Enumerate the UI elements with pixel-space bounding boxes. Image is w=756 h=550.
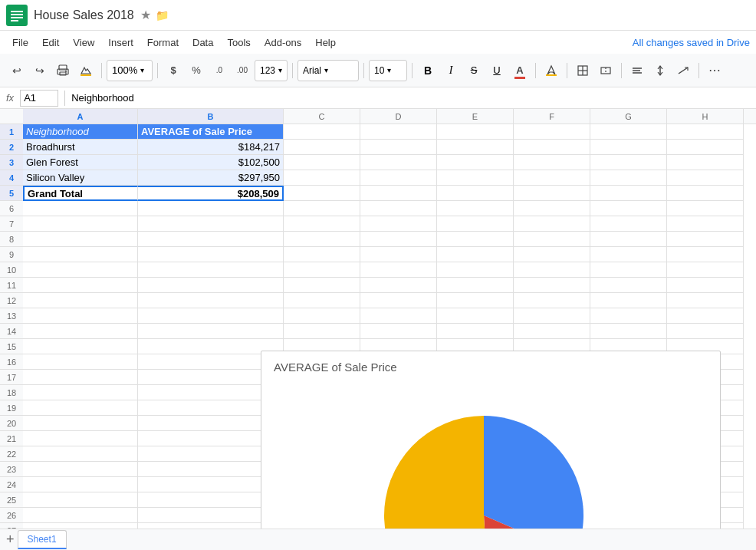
row-num-3[interactable]: 3	[0, 155, 23, 170]
cell-h4[interactable]	[667, 170, 744, 186]
currency-button[interactable]: $	[163, 60, 184, 81]
cell-f4[interactable]	[514, 170, 590, 186]
cell-h5[interactable]	[667, 186, 744, 201]
cell-c2[interactable]	[284, 140, 360, 155]
menu-addons[interactable]: Add-ons	[258, 34, 307, 51]
row-num-17[interactable]: 17	[0, 370, 23, 385]
cell-g3[interactable]	[590, 155, 667, 170]
col-header-f[interactable]: F	[514, 109, 590, 124]
cell-h1[interactable]	[667, 124, 744, 140]
print-button[interactable]	[52, 60, 74, 81]
cell-b1[interactable]: AVERAGE of Sale Price	[138, 124, 284, 140]
bold-button[interactable]: B	[417, 60, 439, 81]
row-num-20[interactable]: 20	[0, 416, 23, 431]
cell-g5[interactable]	[590, 186, 667, 201]
borders-button[interactable]	[572, 60, 593, 81]
cell-g1[interactable]	[590, 124, 667, 140]
row-num-11[interactable]: 11	[0, 278, 23, 293]
row-num-21[interactable]: 21	[0, 431, 23, 446]
menu-view[interactable]: View	[67, 34, 100, 51]
cell-d5[interactable]	[360, 186, 437, 201]
row-num-5[interactable]: 5	[0, 186, 23, 201]
cell-e4[interactable]	[437, 170, 514, 186]
cell-c4[interactable]	[284, 170, 360, 186]
cell-c5[interactable]	[284, 186, 360, 201]
row-num-22[interactable]: 22	[0, 446, 23, 462]
decimal-increase-button[interactable]: .00	[232, 60, 253, 81]
cell-b3[interactable]: $102,500	[138, 155, 284, 170]
cell-d3[interactable]	[360, 155, 437, 170]
col-header-d[interactable]: D	[360, 109, 437, 124]
cell-c1[interactable]	[284, 124, 360, 140]
formula-input[interactable]	[71, 90, 750, 107]
cell-g2[interactable]	[590, 140, 667, 155]
sheet-tab-sheet1[interactable]: Sheet1	[18, 530, 67, 549]
text-rotation-button[interactable]	[672, 60, 694, 81]
row-num-13[interactable]: 13	[0, 308, 23, 324]
add-sheet-button[interactable]: +	[6, 532, 15, 548]
cell-a4[interactable]: Silicon Valley	[23, 170, 138, 186]
row-num-6[interactable]: 6	[0, 201, 23, 216]
fill-color-button[interactable]	[541, 60, 562, 81]
col-header-h[interactable]: H	[667, 109, 744, 124]
italic-button[interactable]: I	[440, 60, 462, 81]
cell-d1[interactable]	[360, 124, 437, 140]
col-header-b[interactable]: B	[138, 109, 284, 124]
cell-b4[interactable]: $297,950	[138, 170, 284, 186]
cell-reference-input[interactable]	[20, 90, 58, 107]
cell-f2[interactable]	[514, 140, 590, 155]
cell-e2[interactable]	[437, 140, 514, 155]
row-num-14[interactable]: 14	[0, 324, 23, 339]
menu-file[interactable]: File	[6, 34, 35, 51]
row-num-4[interactable]: 4	[0, 170, 23, 186]
cell-e5[interactable]	[437, 186, 514, 201]
cell-a6[interactable]	[23, 201, 138, 216]
row-num-10[interactable]: 10	[0, 262, 23, 278]
cell-c3[interactable]	[284, 155, 360, 170]
row-num-7[interactable]: 7	[0, 216, 23, 232]
cell-a3[interactable]: Glen Forest	[23, 155, 138, 170]
underline-button[interactable]: U	[486, 60, 508, 81]
cell-d4[interactable]	[360, 170, 437, 186]
cell-a5[interactable]: Grand Total	[23, 186, 138, 201]
strikethrough-button[interactable]: S	[463, 60, 485, 81]
menu-insert[interactable]: Insert	[102, 34, 140, 51]
more-toolbar-button[interactable]: ⋯	[704, 60, 725, 81]
merge-cells-button[interactable]	[595, 60, 616, 81]
redo-button[interactable]: ↪	[29, 60, 51, 81]
col-header-g[interactable]: G	[590, 109, 667, 124]
row-num-18[interactable]: 18	[0, 385, 23, 400]
paint-format-button[interactable]	[75, 60, 97, 81]
row-num-1[interactable]: 1	[0, 124, 23, 140]
cell-f3[interactable]	[514, 155, 590, 170]
cell-e1[interactable]	[437, 124, 514, 140]
cell-h3[interactable]	[667, 155, 744, 170]
row-num-26[interactable]: 26	[0, 508, 23, 523]
star-icon[interactable]: ★	[140, 8, 151, 22]
row-num-25[interactable]: 25	[0, 492, 23, 508]
cell-b2[interactable]: $184,217	[138, 140, 284, 155]
row-num-16[interactable]: 16	[0, 354, 23, 370]
menu-help[interactable]: Help	[309, 34, 342, 51]
cell-f1[interactable]	[514, 124, 590, 140]
menu-format[interactable]: Format	[141, 34, 185, 51]
h-align-button[interactable]	[626, 60, 648, 81]
zoom-dropdown[interactable]: 100% ▾	[107, 60, 153, 81]
more-formats-dropdown[interactable]: 123 ▾	[255, 60, 288, 81]
menu-tools[interactable]: Tools	[221, 34, 256, 51]
row-num-12[interactable]: 12	[0, 293, 23, 308]
col-header-a[interactable]: A	[23, 109, 138, 124]
cell-a2[interactable]: Broadhurst	[23, 140, 138, 155]
cell-d2[interactable]	[360, 140, 437, 155]
undo-button[interactable]: ↩	[6, 60, 28, 81]
cell-e3[interactable]	[437, 155, 514, 170]
menu-edit[interactable]: Edit	[36, 34, 65, 51]
cell-a1[interactable]: Neighborhood	[23, 124, 138, 140]
cell-g4[interactable]	[590, 170, 667, 186]
cell-h2[interactable]	[667, 140, 744, 155]
font-size-dropdown[interactable]: 10 ▾	[369, 60, 407, 81]
row-num-9[interactable]: 9	[0, 247, 23, 262]
folder-icon[interactable]: 📁	[156, 9, 169, 21]
row-num-19[interactable]: 19	[0, 400, 23, 416]
cell-b5[interactable]: $208,509	[138, 186, 284, 201]
